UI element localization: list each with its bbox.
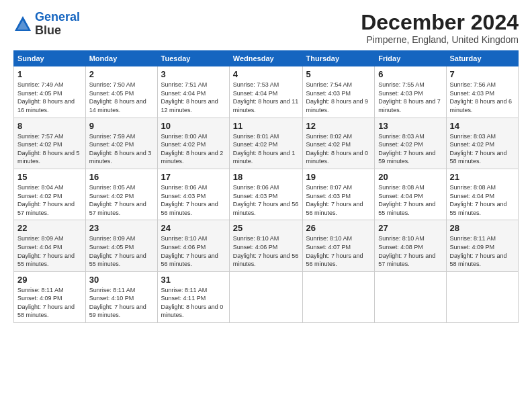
calendar-cell: 20 Sunrise: 8:08 AM Sunset: 4:04 PM Dayl… <box>375 169 446 220</box>
calendar-cell: 6 Sunrise: 7:55 AM Sunset: 4:03 PM Dayli… <box>375 66 446 118</box>
calendar-cell: 8 Sunrise: 7:57 AM Sunset: 4:02 PM Dayli… <box>14 118 86 169</box>
day-number: 31 <box>161 275 226 285</box>
logo-text: General Blue <box>35 11 80 38</box>
day-info: Sunrise: 8:08 AM Sunset: 4:04 PM Dayligh… <box>450 183 515 217</box>
day-info: Sunrise: 7:57 AM Sunset: 4:02 PM Dayligh… <box>17 132 82 166</box>
calendar-cell: 16 Sunrise: 8:05 AM Sunset: 4:02 PM Dayl… <box>85 169 157 220</box>
calendar-cell <box>446 271 519 322</box>
calendar-cell <box>375 271 446 322</box>
day-number: 28 <box>450 223 515 233</box>
calendar-cell: 27 Sunrise: 8:10 AM Sunset: 4:08 PM Dayl… <box>375 220 446 271</box>
calendar-cell: 9 Sunrise: 7:59 AM Sunset: 4:02 PM Dayli… <box>85 118 157 169</box>
day-number: 19 <box>306 172 371 182</box>
logo-icon <box>13 15 32 34</box>
calendar-cell: 18 Sunrise: 8:06 AM Sunset: 4:03 PM Dayl… <box>229 169 302 220</box>
calendar-cell: 25 Sunrise: 8:10 AM Sunset: 4:06 PM Dayl… <box>229 220 302 271</box>
day-info: Sunrise: 7:59 AM Sunset: 4:02 PM Dayligh… <box>89 132 154 166</box>
calendar-week-row: 15 Sunrise: 8:04 AM Sunset: 4:02 PM Dayl… <box>14 169 519 220</box>
location: Pimperne, England, United Kingdom <box>361 34 519 45</box>
col-sunday: Sunday <box>14 51 86 66</box>
calendar-cell: 14 Sunrise: 8:03 AM Sunset: 4:02 PM Dayl… <box>446 118 519 169</box>
day-info: Sunrise: 8:06 AM Sunset: 4:03 PM Dayligh… <box>233 183 299 217</box>
col-thursday: Thursday <box>302 51 375 66</box>
calendar-cell: 31 Sunrise: 8:11 AM Sunset: 4:11 PM Dayl… <box>157 271 229 322</box>
day-number: 2 <box>89 69 154 79</box>
day-info: Sunrise: 8:01 AM Sunset: 4:02 PM Dayligh… <box>233 132 299 166</box>
day-info: Sunrise: 8:11 AM Sunset: 4:09 PM Dayligh… <box>450 234 515 268</box>
day-number: 6 <box>378 69 442 79</box>
page: General Blue December 2024 Pimperne, Eng… <box>0 0 532 411</box>
day-info: Sunrise: 7:53 AM Sunset: 4:04 PM Dayligh… <box>233 81 299 114</box>
day-number: 27 <box>378 223 442 233</box>
month-title: December 2024 <box>361 11 519 34</box>
calendar-cell: 15 Sunrise: 8:04 AM Sunset: 4:02 PM Dayl… <box>14 169 86 220</box>
calendar-cell: 10 Sunrise: 8:00 AM Sunset: 4:02 PM Dayl… <box>157 118 229 169</box>
day-info: Sunrise: 8:03 AM Sunset: 4:02 PM Dayligh… <box>378 132 442 166</box>
calendar-cell: 17 Sunrise: 8:06 AM Sunset: 4:03 PM Dayl… <box>157 169 229 220</box>
calendar-cell: 13 Sunrise: 8:03 AM Sunset: 4:02 PM Dayl… <box>375 118 446 169</box>
col-wednesday: Wednesday <box>229 51 302 66</box>
day-number: 21 <box>450 172 515 182</box>
day-info: Sunrise: 8:11 AM Sunset: 4:11 PM Dayligh… <box>161 286 226 320</box>
day-number: 23 <box>89 223 154 233</box>
day-info: Sunrise: 8:11 AM Sunset: 4:10 PM Dayligh… <box>89 286 154 320</box>
day-number: 17 <box>161 172 226 182</box>
calendar-cell: 4 Sunrise: 7:53 AM Sunset: 4:04 PM Dayli… <box>229 66 302 118</box>
day-number: 7 <box>450 69 515 79</box>
calendar-week-row: 22 Sunrise: 8:09 AM Sunset: 4:04 PM Dayl… <box>14 220 519 271</box>
calendar-week-row: 8 Sunrise: 7:57 AM Sunset: 4:02 PM Dayli… <box>14 118 519 169</box>
day-info: Sunrise: 8:04 AM Sunset: 4:02 PM Dayligh… <box>17 183 82 217</box>
day-info: Sunrise: 7:54 AM Sunset: 4:03 PM Dayligh… <box>306 81 371 114</box>
day-number: 29 <box>17 275 82 285</box>
calendar-table: Sunday Monday Tuesday Wednesday Thursday… <box>13 50 519 323</box>
calendar-cell: 24 Sunrise: 8:10 AM Sunset: 4:06 PM Dayl… <box>157 220 229 271</box>
day-number: 1 <box>17 69 82 79</box>
day-number: 13 <box>378 121 442 131</box>
day-info: Sunrise: 7:51 AM Sunset: 4:04 PM Dayligh… <box>161 81 226 114</box>
day-number: 14 <box>450 121 515 131</box>
col-saturday: Saturday <box>446 51 519 66</box>
logo-area: General Blue <box>13 11 80 38</box>
calendar-cell: 28 Sunrise: 8:11 AM Sunset: 4:09 PM Dayl… <box>446 220 519 271</box>
calendar-cell <box>302 271 375 322</box>
col-tuesday: Tuesday <box>157 51 229 66</box>
day-info: Sunrise: 8:10 AM Sunset: 4:06 PM Dayligh… <box>233 234 299 268</box>
day-number: 8 <box>17 121 82 131</box>
day-info: Sunrise: 8:08 AM Sunset: 4:04 PM Dayligh… <box>378 183 442 217</box>
day-info: Sunrise: 8:09 AM Sunset: 4:04 PM Dayligh… <box>17 234 82 268</box>
calendar-cell: 19 Sunrise: 8:07 AM Sunset: 4:03 PM Dayl… <box>302 169 375 220</box>
calendar-cell: 23 Sunrise: 8:09 AM Sunset: 4:05 PM Dayl… <box>85 220 157 271</box>
day-info: Sunrise: 8:02 AM Sunset: 4:02 PM Dayligh… <box>306 132 371 166</box>
title-area: December 2024 Pimperne, England, United … <box>361 11 519 45</box>
day-number: 9 <box>89 121 154 131</box>
calendar-cell: 12 Sunrise: 8:02 AM Sunset: 4:02 PM Dayl… <box>302 118 375 169</box>
calendar-week-row: 1 Sunrise: 7:49 AM Sunset: 4:05 PM Dayli… <box>14 66 519 118</box>
day-number: 16 <box>89 172 154 182</box>
calendar-cell: 2 Sunrise: 7:50 AM Sunset: 4:05 PM Dayli… <box>85 66 157 118</box>
day-number: 11 <box>233 121 299 131</box>
day-info: Sunrise: 7:50 AM Sunset: 4:05 PM Dayligh… <box>89 81 154 114</box>
day-number: 30 <box>89 275 154 285</box>
day-info: Sunrise: 8:05 AM Sunset: 4:02 PM Dayligh… <box>89 183 154 217</box>
calendar-cell: 22 Sunrise: 8:09 AM Sunset: 4:04 PM Dayl… <box>14 220 86 271</box>
col-friday: Friday <box>375 51 446 66</box>
day-info: Sunrise: 8:06 AM Sunset: 4:03 PM Dayligh… <box>161 183 226 217</box>
calendar-cell: 30 Sunrise: 8:11 AM Sunset: 4:10 PM Dayl… <box>85 271 157 322</box>
calendar-cell: 21 Sunrise: 8:08 AM Sunset: 4:04 PM Dayl… <box>446 169 519 220</box>
day-number: 24 <box>161 223 226 233</box>
day-info: Sunrise: 8:10 AM Sunset: 4:07 PM Dayligh… <box>306 234 371 268</box>
header: General Blue December 2024 Pimperne, Eng… <box>13 11 519 45</box>
calendar-week-row: 29 Sunrise: 8:11 AM Sunset: 4:09 PM Dayl… <box>14 271 519 322</box>
day-number: 12 <box>306 121 371 131</box>
day-number: 25 <box>233 223 299 233</box>
calendar-cell: 5 Sunrise: 7:54 AM Sunset: 4:03 PM Dayli… <box>302 66 375 118</box>
day-info: Sunrise: 7:56 AM Sunset: 4:03 PM Dayligh… <box>450 81 515 114</box>
day-number: 15 <box>17 172 82 182</box>
day-number: 20 <box>378 172 442 182</box>
day-info: Sunrise: 7:55 AM Sunset: 4:03 PM Dayligh… <box>378 81 442 114</box>
day-info: Sunrise: 8:00 AM Sunset: 4:02 PM Dayligh… <box>161 132 226 166</box>
day-number: 3 <box>161 69 226 79</box>
day-info: Sunrise: 8:03 AM Sunset: 4:02 PM Dayligh… <box>450 132 515 166</box>
calendar-cell: 7 Sunrise: 7:56 AM Sunset: 4:03 PM Dayli… <box>446 66 519 118</box>
day-info: Sunrise: 8:11 AM Sunset: 4:09 PM Dayligh… <box>17 286 82 320</box>
